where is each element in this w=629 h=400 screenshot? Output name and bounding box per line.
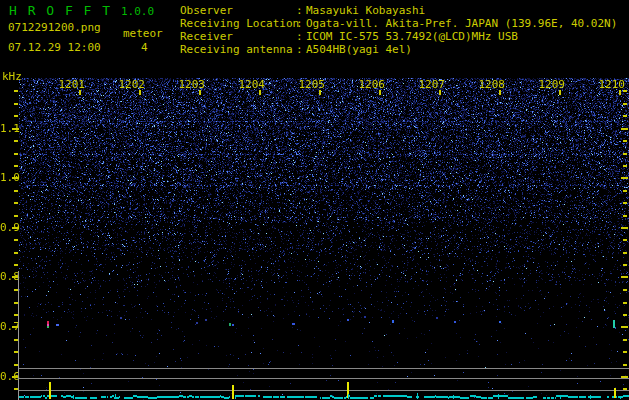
time-axis-label: 1207 bbox=[415, 79, 445, 90]
freq-minor-tick bbox=[14, 252, 18, 254]
freq-minor-tick-right bbox=[623, 339, 627, 341]
freq-minor-tick bbox=[14, 264, 18, 266]
freq-axis-label: 0.8 bbox=[0, 271, 11, 282]
station-info-value: Masayuki Kobayashi bbox=[306, 4, 425, 17]
time-axis-label: 1210 bbox=[595, 79, 625, 90]
freq-minor-tick-right bbox=[623, 364, 627, 366]
meteor-count: 4 bbox=[141, 42, 148, 53]
freq-axis-label: 1.1 bbox=[0, 123, 11, 134]
station-info-colon: : bbox=[296, 5, 306, 16]
station-info-label: Receiving Location bbox=[180, 18, 296, 29]
time-minute-tick bbox=[619, 90, 621, 95]
freq-major-tick-right bbox=[621, 128, 628, 130]
station-info-label: Receiver bbox=[180, 31, 296, 42]
time-axis-label: 1209 bbox=[535, 79, 565, 90]
freq-minor-tick bbox=[14, 202, 18, 204]
time-minute-tick bbox=[79, 90, 81, 95]
freq-minor-tick-right bbox=[623, 351, 627, 353]
station-info-colon: : bbox=[296, 18, 306, 29]
station-info-value: Ogata-vill. Akita-Pref. JAPAN (139.96E, … bbox=[306, 17, 617, 30]
time-minute-tick bbox=[139, 90, 141, 95]
station-info-label: Observer bbox=[180, 5, 296, 16]
time-axis-label: 1202 bbox=[115, 79, 145, 90]
meteor-echo-blip bbox=[347, 319, 349, 321]
meteor-echo-blip bbox=[56, 324, 59, 326]
meteor-echo-blip bbox=[47, 326, 49, 328]
meteor-echo-blip bbox=[499, 321, 501, 323]
freq-minor-tick-right bbox=[623, 153, 627, 155]
freq-minor-tick bbox=[14, 103, 18, 105]
freq-minor-tick-right bbox=[623, 140, 627, 142]
freq-minor-tick-right bbox=[623, 215, 627, 217]
app-title: H R O F F T bbox=[9, 4, 112, 17]
mode-label: meteor bbox=[123, 28, 163, 39]
station-info-colon: : bbox=[296, 31, 306, 42]
time-minute-tick bbox=[559, 90, 561, 95]
station-info-label: Receiving antenna bbox=[180, 44, 296, 55]
signal-level-spike bbox=[590, 395, 591, 399]
freq-axis-label: 0.7 bbox=[0, 321, 11, 332]
meteor-marker-spike bbox=[232, 385, 234, 399]
freq-minor-tick-right bbox=[623, 264, 627, 266]
freq-minor-tick-right bbox=[623, 289, 627, 291]
station-info-block: Observer:Masayuki KobayashiReceiving Loc… bbox=[180, 5, 617, 57]
signal-strip-gridline bbox=[19, 368, 629, 369]
freq-minor-tick-right bbox=[623, 252, 627, 254]
freq-minor-tick-right bbox=[623, 302, 627, 304]
freq-axis-unit-label: kHz bbox=[2, 71, 22, 82]
freq-minor-tick-right bbox=[623, 202, 627, 204]
meteor-echo-blip bbox=[392, 320, 394, 323]
meteor-echo-blip bbox=[232, 324, 234, 326]
hrofft-output-window: H R O F F T 1.0.0 0712291200.png meteor … bbox=[0, 0, 629, 400]
meteor-echo-blip bbox=[120, 317, 122, 319]
time-minute-tick bbox=[319, 90, 321, 95]
freq-minor-tick bbox=[14, 140, 18, 142]
freq-major-tick-right bbox=[621, 227, 628, 229]
meteor-echo-blip bbox=[436, 317, 438, 319]
meteor-marker-spike bbox=[49, 382, 51, 399]
time-axis-label: 1201 bbox=[55, 79, 85, 90]
datetime-label: 07.12.29 12:00 bbox=[8, 42, 101, 53]
freq-minor-tick-right bbox=[623, 103, 627, 105]
time-axis-label: 1206 bbox=[355, 79, 385, 90]
time-axis-label: 1204 bbox=[235, 79, 265, 90]
signal-level-spike bbox=[115, 394, 116, 399]
time-minute-tick bbox=[499, 90, 501, 95]
signal-strip-gridline bbox=[19, 378, 629, 379]
freq-major-tick bbox=[12, 128, 19, 130]
plot-left-border bbox=[18, 271, 19, 400]
meteor-marker-spike bbox=[614, 388, 616, 398]
meteor-echo-blip bbox=[292, 323, 295, 325]
freq-minor-tick bbox=[14, 90, 18, 92]
meteor-echo-blip bbox=[613, 320, 615, 328]
station-info-colon: : bbox=[296, 44, 306, 55]
meteor-echo-blip bbox=[229, 323, 231, 326]
signal-level-spike bbox=[417, 393, 418, 399]
time-minute-tick bbox=[199, 90, 201, 95]
freq-minor-tick-right bbox=[623, 239, 627, 241]
signal-level-spike bbox=[235, 396, 236, 399]
time-axis-label: 1208 bbox=[475, 79, 505, 90]
signal-level-spike bbox=[453, 395, 454, 399]
freq-minor-tick bbox=[14, 239, 18, 241]
freq-minor-tick-right bbox=[623, 314, 627, 316]
station-info-value: A504HB(yagi 4el) bbox=[306, 43, 412, 56]
freq-major-tick-right bbox=[621, 326, 628, 328]
freq-major-tick bbox=[12, 227, 19, 229]
time-minute-tick bbox=[439, 90, 441, 95]
signal-level-spike bbox=[73, 395, 74, 399]
station-info-row: Receiving antenna:A504HB(yagi 4el) bbox=[180, 44, 617, 57]
freq-minor-tick-right bbox=[623, 165, 627, 167]
signal-level-spike bbox=[560, 396, 561, 399]
freq-minor-tick bbox=[14, 153, 18, 155]
meteor-echo-blip bbox=[454, 321, 456, 323]
signal-strip-gridline bbox=[19, 390, 629, 391]
freq-axis-label: 1.0 bbox=[0, 172, 11, 183]
freq-major-tick-right bbox=[621, 276, 628, 278]
time-axis-label: 1203 bbox=[175, 79, 205, 90]
output-filename: 0712291200.png bbox=[8, 22, 101, 33]
freq-minor-tick bbox=[14, 115, 18, 117]
freq-axis-label: 0.9 bbox=[0, 222, 11, 233]
freq-minor-tick-right bbox=[623, 115, 627, 117]
meteor-echo-blip bbox=[205, 319, 207, 321]
